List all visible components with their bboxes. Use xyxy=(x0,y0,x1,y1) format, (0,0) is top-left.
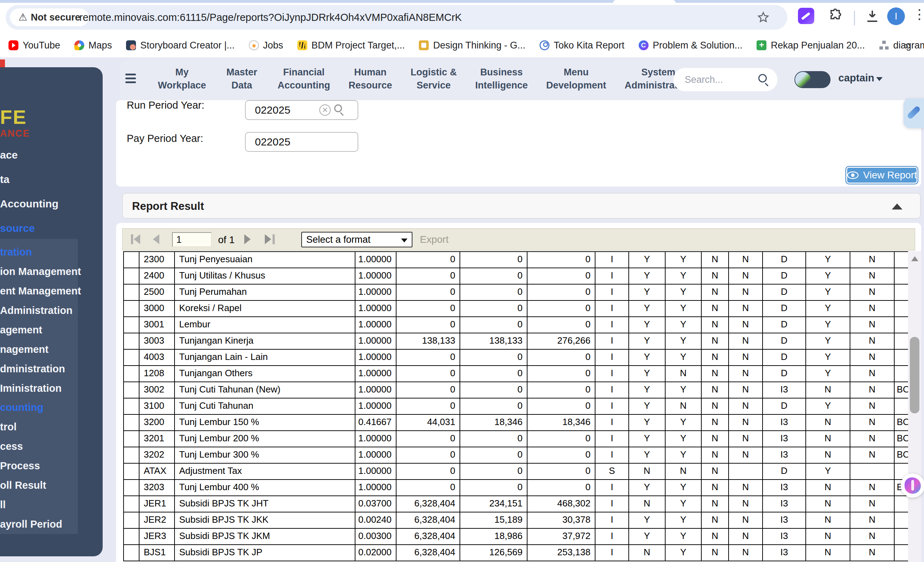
bookmark-item[interactable]: Maps xyxy=(74,40,112,51)
nav-menu-item[interactable]: Human Resource xyxy=(339,66,402,92)
ai-assistant-icon[interactable] xyxy=(901,474,924,498)
lookup-icon[interactable] xyxy=(334,104,342,112)
cell-amount-2: 0 xyxy=(460,398,527,414)
clear-icon[interactable]: ✕ xyxy=(320,104,331,116)
sidebar-item[interactable]: ace xyxy=(0,142,103,167)
bookmark-item[interactable]: BDM Project Target,... xyxy=(297,40,405,51)
format-select[interactable]: Select a format xyxy=(301,232,412,247)
url-text[interactable]: remote.minovais.com:61115/Page/reports?O… xyxy=(79,5,462,30)
last-page-icon[interactable] xyxy=(265,234,271,246)
downloads-icon[interactable] xyxy=(864,8,881,26)
sidebar-submenu-item[interactable]: Process xyxy=(0,456,78,476)
extension-rocket-icon[interactable] xyxy=(798,8,814,24)
nav-menu-item[interactable]: Master Data xyxy=(215,66,268,92)
sidebar-submenu-item[interactable]: ll xyxy=(0,495,78,515)
site-security-chip[interactable]: ⚠ Not secure xyxy=(10,9,89,26)
page-number-input[interactable] xyxy=(172,232,212,247)
cell-amount-3: 37,972 xyxy=(527,528,595,545)
browser-profile-avatar[interactable]: I xyxy=(887,7,905,25)
cell-code: 3200 xyxy=(139,414,174,431)
row-margin-cell xyxy=(123,300,139,317)
cell-flag-1: I xyxy=(595,349,629,366)
bookmark-star-icon[interactable] xyxy=(757,11,770,25)
sidebar-submenu-item[interactable]: Iministration xyxy=(0,379,78,398)
sidebar-item[interactable]: ta xyxy=(0,167,103,192)
cell-name: Subsidi BPJS TK JKM xyxy=(174,528,355,545)
bookmark-item[interactable]: Toko Kita Report xyxy=(540,40,624,51)
cell-flag-8: N xyxy=(850,268,894,284)
sidebar-submenu-item[interactable]: Administration xyxy=(0,301,78,320)
sidebar-submenu-item[interactable]: trol xyxy=(0,417,78,437)
bookmark-item[interactable]: Rekap Penjualan 20... xyxy=(756,40,865,51)
cell-flag-1: I xyxy=(595,480,629,496)
cell-flag-6: I3 xyxy=(763,480,806,496)
sidebar-extension-widget[interactable] xyxy=(903,98,924,128)
sidebar-submenu-item[interactable]: oll Result xyxy=(0,476,78,495)
sidebar-submenu-item[interactable]: dministration xyxy=(0,359,78,379)
cell-amount-1: 44,031 xyxy=(396,414,460,431)
view-report-button[interactable]: View Report xyxy=(845,166,918,184)
extensions-puzzle-icon[interactable] xyxy=(828,8,844,25)
first-page-icon[interactable] xyxy=(131,234,140,246)
scroll-up-icon[interactable] xyxy=(911,256,918,261)
bookmark-item[interactable]: Jobs xyxy=(249,40,283,51)
sidebar-item[interactable]: source xyxy=(0,216,103,240)
username-label[interactable]: captain xyxy=(838,72,874,84)
row-margin-cell xyxy=(123,480,139,496)
cell-flag-6: D xyxy=(763,300,806,317)
bookmark-item[interactable]: YouTube xyxy=(9,40,60,51)
sidebar-submenu-item[interactable]: agement xyxy=(0,320,78,340)
cell-flag-7: N xyxy=(806,480,850,496)
report-table-viewport[interactable]: 2300 Tunj Penyesuaian 1.00000 0 0 0 I Y … xyxy=(123,251,908,562)
search-input[interactable] xyxy=(685,68,752,91)
cell-code: BJS1 xyxy=(139,545,174,561)
active-tab[interactable] xyxy=(613,0,675,3)
table-row: 3100 Tunj Cuti Tahunan 1.00000 0 0 0 I Y… xyxy=(123,398,908,414)
nav-menu-item[interactable]: My Workplace xyxy=(149,66,215,92)
collapse-icon[interactable] xyxy=(892,204,902,210)
nav-menu-item[interactable]: Financial Accounting xyxy=(268,66,339,92)
prev-page-icon[interactable] xyxy=(153,234,159,246)
cell-flag-3: Y xyxy=(665,496,701,512)
cell-flag-1: I xyxy=(595,431,629,447)
pay-period-input[interactable] xyxy=(245,132,358,152)
cell-flag-7: Y xyxy=(806,252,850,268)
scrollbar-thumb[interactable] xyxy=(910,337,920,414)
bookmark-item[interactable]: Storyboard Creator |... xyxy=(126,40,235,51)
sidebar-submenu-item[interactable]: cess xyxy=(0,437,78,456)
sidebar-submenu-item[interactable]: ayroll Period xyxy=(0,515,78,534)
bookmark-item[interactable]: diagramstruktur.dra... xyxy=(879,40,924,51)
search-icon[interactable] xyxy=(758,74,767,82)
user-menu-caret-icon[interactable] xyxy=(876,77,883,81)
bookmark-favicon xyxy=(540,40,549,50)
bookmark-item[interactable]: Design Thinking - G... xyxy=(419,40,525,51)
cell-flag-7: Y xyxy=(806,366,850,382)
sidebar-submenu-item[interactable]: ion Management xyxy=(0,262,78,281)
cell-flag-5: N xyxy=(729,496,763,512)
user-avatar[interactable] xyxy=(794,71,831,88)
cell-amount-2: 126,569 xyxy=(460,545,527,561)
sidebar-submenu-item[interactable]: nagement xyxy=(0,340,78,359)
nav-menu-item[interactable]: Business Intelligence xyxy=(466,66,537,92)
sidebar-submenu-item[interactable]: tration xyxy=(0,243,78,262)
browser-menu-icon[interactable]: ⋮ xyxy=(913,6,924,22)
cell-flag-8: N xyxy=(850,252,894,268)
bookmark-item[interactable]: Problem & Solution... xyxy=(639,40,743,51)
table-scrollbar[interactable] xyxy=(908,251,921,562)
address-bar[interactable]: ⚠ Not secure remote.minovais.com:61115/P… xyxy=(6,5,788,30)
table-row: 2300 Tunj Penyesuaian 1.00000 0 0 0 I Y … xyxy=(123,252,908,268)
next-page-icon[interactable] xyxy=(244,234,250,246)
sidebar-item[interactable]: Accounting xyxy=(0,192,103,216)
nav-menu-item[interactable]: Logistic & Service xyxy=(402,66,466,92)
export-link[interactable]: Export xyxy=(420,234,448,245)
report-result-panel-header[interactable]: Report Result xyxy=(122,193,921,219)
sidebar-submenu-item[interactable]: ent Management xyxy=(0,281,78,301)
nav-menu-item[interactable]: Menu Development xyxy=(537,66,616,92)
cell-name: Tunj Lembur 300 % xyxy=(174,447,355,463)
cell-flag-4: N xyxy=(701,528,729,545)
sidebar-submenu-item[interactable]: counting xyxy=(0,398,78,418)
table-row: 4003 Tunjangan Lain - Lain 1.00000 0 0 0… xyxy=(123,349,908,366)
bookmarks-overflow-icon[interactable]: » xyxy=(904,33,911,58)
hamburger-menu-icon[interactable] xyxy=(125,73,136,85)
cell-flag-9 xyxy=(894,512,908,528)
